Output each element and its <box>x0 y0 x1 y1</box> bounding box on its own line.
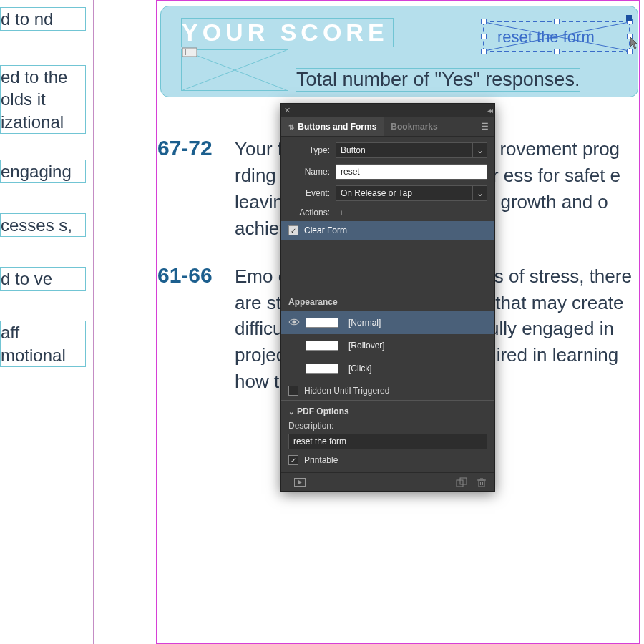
convert-icon[interactable] <box>454 476 469 489</box>
name-label: Name: <box>288 167 330 177</box>
left-para: ed to the olds it izational <box>0 65 86 134</box>
tab-bookmarks[interactable]: Bookmarks <box>384 117 444 136</box>
left-para: cesses s, <box>0 213 86 237</box>
chevron-down-icon: ⌄ <box>472 143 487 157</box>
type-dropdown[interactable]: Button ⌄ <box>336 142 487 158</box>
action-label: Clear Form <box>304 225 347 235</box>
tab-label: Buttons and Forms <box>298 122 376 132</box>
svg-point-6 <box>293 320 296 323</box>
chevron-up-down-icon: ⇅ <box>288 123 294 131</box>
name-input[interactable]: reset <box>336 164 487 180</box>
panel-tabbar: ⇅ Buttons and Forms Bookmarks ☰ <box>281 117 494 137</box>
collapse-icon[interactable]: ◂◂ <box>487 107 492 114</box>
score-range: 61-66 <box>157 263 235 396</box>
state-name: [Click] <box>348 364 372 374</box>
event-label: Event: <box>288 188 330 198</box>
description-label: Description: <box>288 421 487 431</box>
left-para: d to nd <box>0 7 86 31</box>
svg-rect-2 <box>182 48 197 57</box>
pdf-options-label: PDF Options <box>297 406 349 416</box>
hidden-checkbox[interactable] <box>288 386 298 396</box>
left-para: aff motional <box>0 321 86 366</box>
hidden-label: Hidden Until Triggered <box>304 386 389 396</box>
chevron-down-icon: ⌄ <box>288 408 294 416</box>
svg-rect-11 <box>479 480 484 487</box>
appearance-label: Appearance <box>288 297 487 307</box>
svg-marker-8 <box>298 480 302 484</box>
description-input[interactable]: reset the form <box>288 434 487 449</box>
reset-button-label: reset the form <box>484 22 629 47</box>
state-swatch <box>306 318 338 328</box>
event-value: On Release or Tap <box>341 188 412 198</box>
pointer-cursor-icon <box>626 35 642 51</box>
score-box: YOUR SCORE Total number of "Yes" respons… <box>160 6 638 97</box>
printable-checkbox[interactable] <box>288 455 298 465</box>
state-swatch <box>306 341 338 351</box>
add-action-button[interactable]: ＋ <box>336 207 347 218</box>
visibility-icon[interactable] <box>288 318 306 328</box>
appearance-state-click[interactable]: [Click] <box>281 357 494 380</box>
textfield-icon <box>182 48 288 88</box>
state-name: [Normal] <box>348 318 381 328</box>
tab-buttons-forms[interactable]: ⇅ Buttons and Forms <box>281 117 384 136</box>
state-swatch <box>306 364 338 374</box>
score-placeholder-frame[interactable] <box>181 49 288 91</box>
description-value: reset the form <box>293 436 346 447</box>
panel-titlebar[interactable]: ✕ ◂◂ <box>281 104 494 117</box>
actions-label: Actions: <box>288 208 330 218</box>
preview-icon[interactable] <box>293 476 307 489</box>
score-range: 67-72 <box>157 136 235 242</box>
type-label: Type: <box>288 145 330 155</box>
score-subtitle: Total number of "Yes" responses. <box>296 68 580 92</box>
appearance-state-normal[interactable]: [Normal] <box>281 311 494 334</box>
printable-row[interactable]: Printable <box>288 455 487 465</box>
type-value: Button <box>341 145 366 155</box>
left-para: engaging <box>0 160 86 183</box>
panel-footer <box>281 472 494 491</box>
event-dropdown[interactable]: On Release or Tap ⌄ <box>336 185 487 201</box>
state-name: [Rollover] <box>348 341 385 351</box>
trash-icon[interactable] <box>474 476 489 489</box>
left-text-column: d to nd ed to the olds it izational enga… <box>0 7 86 390</box>
action-enabled-checkbox[interactable]: ✓ <box>288 225 298 235</box>
reset-button-object[interactable]: reset the form <box>483 21 630 52</box>
pdf-options-header[interactable]: ⌄ PDF Options <box>288 406 487 416</box>
panel-menu-icon[interactable]: ☰ <box>481 122 489 132</box>
buttons-and-forms-panel[interactable]: ✕ ◂◂ ⇅ Buttons and Forms Bookmarks ☰ Typ… <box>280 103 495 492</box>
close-icon[interactable]: ✕ <box>284 106 291 115</box>
hidden-until-triggered-row[interactable]: Hidden Until Triggered <box>288 386 487 396</box>
remove-action-button[interactable]: — <box>350 207 361 218</box>
printable-label: Printable <box>304 455 338 465</box>
actions-list[interactable]: ✓ Clear Form <box>281 221 494 290</box>
name-value: reset <box>341 167 360 177</box>
appearance-list: [Normal] [Rollover] [Click] <box>281 311 494 380</box>
left-para: d to ve <box>0 267 86 291</box>
appearance-state-rollover[interactable]: [Rollover] <box>281 334 494 357</box>
score-title: YOUR SCORE <box>181 18 394 47</box>
chevron-down-icon: ⌄ <box>472 186 487 200</box>
action-item-clear-form[interactable]: ✓ Clear Form <box>281 221 494 240</box>
